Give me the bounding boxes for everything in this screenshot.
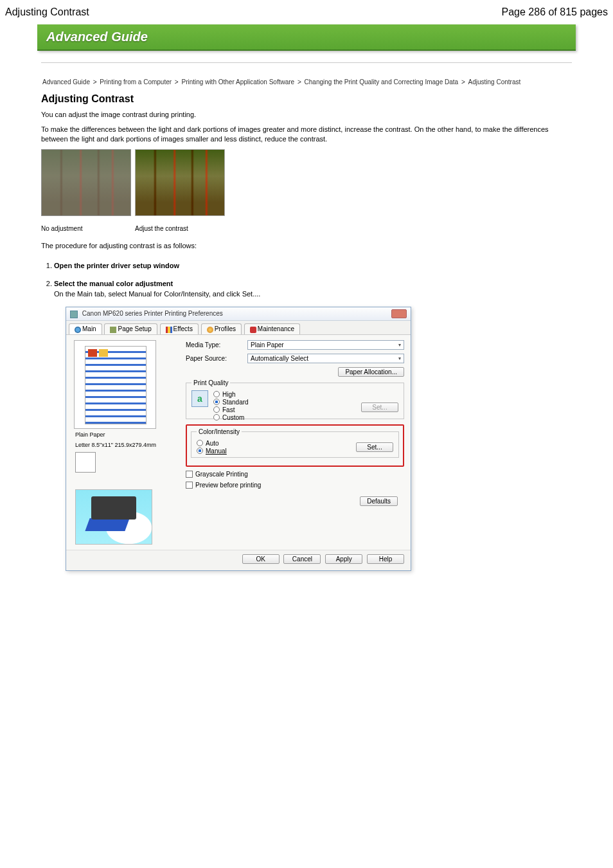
- tab-maintenance[interactable]: Maintenance: [244, 323, 300, 334]
- divider: [41, 62, 572, 63]
- ci-set-button[interactable]: Set...: [356, 442, 393, 452]
- chevron-down-icon: ▾: [398, 342, 401, 348]
- step-1-title: Open the printer driver setup window: [54, 262, 572, 269]
- printer-illustration: [75, 489, 152, 545]
- tab-effects-icon: [166, 327, 172, 333]
- page-title-right: Page 286 of 815 pages: [502, 6, 608, 18]
- quality-custom-radio[interactable]: Custom: [213, 414, 398, 421]
- tab-profiles-icon: [207, 327, 213, 333]
- quality-set-button[interactable]: Set...: [361, 402, 398, 412]
- quality-high-radio[interactable]: High: [213, 391, 398, 398]
- close-icon[interactable]: [391, 309, 407, 318]
- dialog-tabs: Main Page Setup Effects Profiles Mainten…: [66, 321, 411, 334]
- breadcrumb-item: Adjusting Contrast: [468, 78, 521, 86]
- breadcrumb-item[interactable]: Printing from a Computer: [100, 78, 172, 86]
- quality-icon: a: [191, 390, 208, 407]
- help-button[interactable]: Help: [367, 554, 404, 564]
- paper-allocation-button[interactable]: Paper Allocation...: [338, 367, 404, 377]
- color-intensity-highlight: Color/Intensity Auto Manual Set...: [186, 424, 404, 467]
- preview-label-size: Letter 8.5"x11" 215.9x279.4mm: [75, 442, 181, 448]
- caption-adjusted: Adjust the contrast: [135, 225, 229, 232]
- step-1: Open the printer driver setup window: [54, 262, 572, 269]
- media-type-label: Media Type:: [186, 341, 244, 348]
- paper-source-select[interactable]: Automatically Select▾: [247, 354, 404, 363]
- tab-effects[interactable]: Effects: [160, 323, 199, 334]
- media-type-select[interactable]: Plain Paper▾: [247, 340, 404, 350]
- print-quality-group: Print Quality a High Standard Fast Custo…: [186, 379, 404, 419]
- printing-preferences-dialog: Canon MP620 series Printer Printing Pref…: [66, 307, 411, 570]
- cancel-button[interactable]: Cancel: [283, 554, 321, 564]
- color-swatch: [75, 452, 96, 473]
- printer-icon: [70, 311, 78, 318]
- intro-paragraph-1: You can adjust the image contrast during…: [41, 110, 572, 120]
- chevron-down-icon: ▾: [398, 356, 401, 361]
- intro-paragraph-2: To make the differences between the ligh…: [41, 125, 572, 144]
- preview-label-media: Plain Paper: [75, 431, 181, 438]
- tab-main-icon: [75, 327, 81, 333]
- step-2-body: On the Main tab, select Manual for Color…: [54, 290, 260, 298]
- caption-no-adjust: No adjustment: [41, 225, 135, 232]
- breadcrumb: Advanced Guide > Printing from a Compute…: [41, 78, 572, 86]
- paper-source-label: Paper Source:: [186, 355, 244, 362]
- sample-image-no-adjust: [41, 149, 131, 216]
- preview-before-checkbox[interactable]: Preview before printing: [186, 482, 404, 489]
- breadcrumb-item[interactable]: Advanced Guide: [42, 78, 90, 86]
- page-preview: [74, 340, 156, 429]
- breadcrumb-item[interactable]: Changing the Print Quality and Correctin…: [305, 78, 459, 86]
- breadcrumb-item[interactable]: Printing with Other Application Software: [181, 78, 294, 86]
- sample-image-adjusted: [135, 149, 225, 216]
- sample-image-row: [41, 149, 572, 216]
- tab-main[interactable]: Main: [69, 323, 102, 334]
- print-quality-legend: Print Quality: [191, 379, 230, 386]
- defaults-button[interactable]: Defaults: [360, 496, 398, 506]
- step-2: Select the manual color adjustment On th…: [54, 280, 572, 570]
- tab-page-icon: [110, 327, 116, 333]
- procedure-intro: The procedure for adjusting contrast is …: [41, 241, 572, 251]
- banner-advanced-guide: Advanced Guide: [37, 24, 576, 51]
- section-heading: Adjusting Contrast: [41, 93, 572, 105]
- grayscale-checkbox[interactable]: Grayscale Printing: [186, 471, 404, 478]
- ok-button[interactable]: OK: [242, 554, 280, 564]
- apply-button[interactable]: Apply: [325, 554, 362, 564]
- tab-profiles[interactable]: Profiles: [201, 323, 242, 334]
- page-title-left: Adjusting Contrast: [5, 6, 89, 18]
- tab-maintenance-icon: [250, 327, 256, 333]
- tab-page-setup[interactable]: Page Setup: [104, 323, 157, 334]
- dialog-title: Canon MP620 series Printer Printing Pref…: [70, 310, 223, 318]
- color-intensity-legend: Color/Intensity: [197, 428, 242, 435]
- step-2-title: Select the manual color adjustment: [54, 280, 572, 287]
